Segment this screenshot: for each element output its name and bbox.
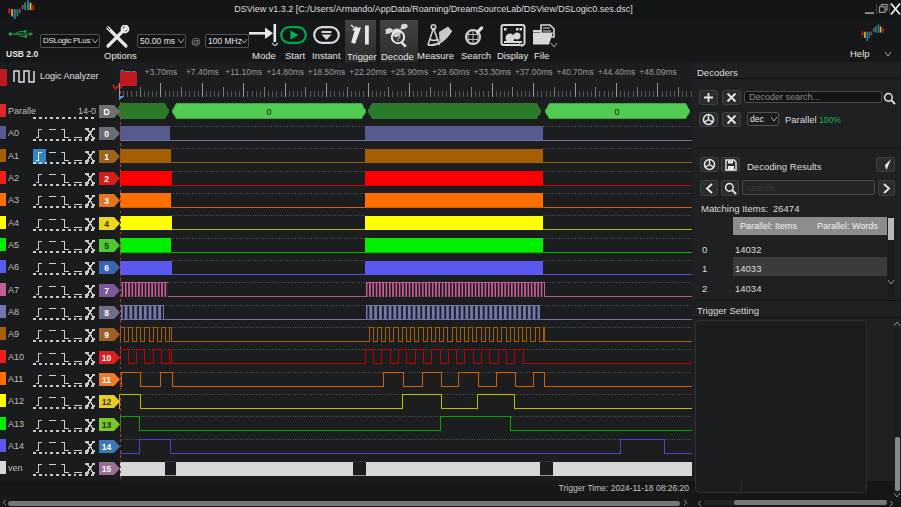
- svg-text:+7.40ms: +7.40ms: [186, 67, 219, 77]
- svg-text:+25.90ms: +25.90ms: [391, 67, 429, 77]
- svg-text:?: ?: [395, 33, 400, 43]
- svg-text:+44.40ms: +44.40ms: [598, 67, 636, 77]
- svg-text:+3.70ms: +3.70ms: [144, 67, 177, 77]
- svg-text:0: 0: [266, 107, 271, 117]
- svg-text:+11.10ms: +11.10ms: [225, 67, 262, 77]
- svg-text:+14.80ms: +14.80ms: [266, 67, 304, 77]
- svg-text:0: 0: [614, 107, 619, 117]
- svg-text:+29.60ms: +29.60ms: [432, 67, 470, 77]
- svg-text:+22.20ms: +22.20ms: [349, 67, 387, 77]
- svg-text:+18.50ms: +18.50ms: [308, 67, 346, 77]
- svg-text:+48.09ms: +48.09ms: [639, 67, 677, 77]
- svg-text:+40.70ms: +40.70ms: [556, 67, 594, 77]
- svg-text:+37.00ms: +37.00ms: [515, 67, 553, 77]
- svg-text:+33.30ms: +33.30ms: [474, 67, 512, 77]
